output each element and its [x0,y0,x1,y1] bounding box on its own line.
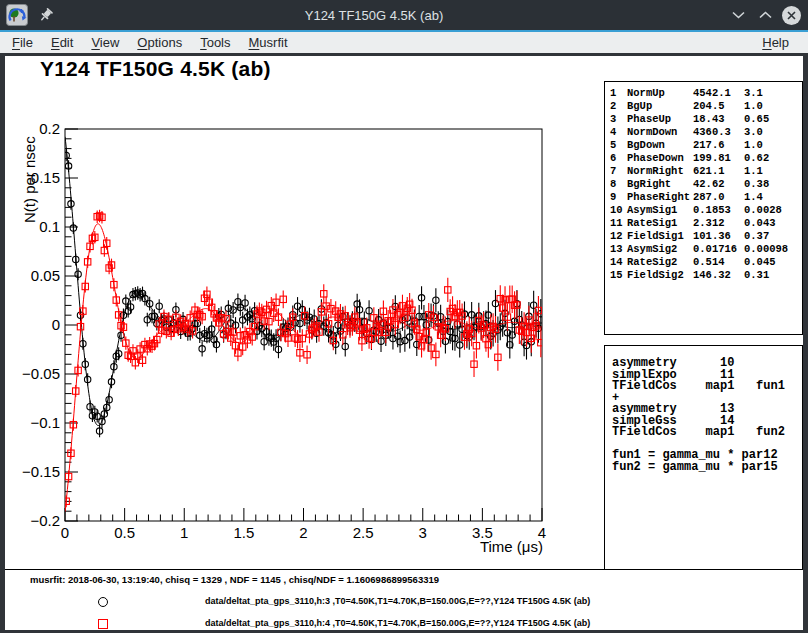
param-row: 7NormRight621.11.1 [605,165,802,178]
app-window: Y124 TF150G 4.5K (ab) FileEditViewOption… [0,0,808,633]
y-axis-title: N(t) per nsec [21,136,38,223]
maximize-button[interactable] [755,5,775,25]
x-tick-label: 2 [299,524,307,541]
fit-info-line: musrfit: 2018-06-30, 13:19:40, chisq = 1… [30,574,439,585]
param-row: 1NormUp4542.13.1 [605,87,802,100]
theory-line: TFieldCos map1 fun1 [612,381,802,393]
data-series-group [63,137,544,512]
close-button[interactable] [782,6,801,25]
data-points-circle [63,150,544,438]
canvas-surround: Y124 TF150G 4.5K (ab) 00.511.522.533.540… [0,53,808,633]
y-tick-label: 0.1 [39,218,60,235]
plot-frame [65,129,542,521]
y-tick-label: −0.15 [22,463,60,480]
root-canvas[interactable]: Y124 TF150G 4.5K (ab) 00.511.522.533.540… [5,56,803,630]
param-row: 4NormDown4360.33.0 [605,126,802,139]
y-tick-label: −0.1 [30,414,60,431]
window-controls [728,0,801,30]
legend-pad: musrfit: 2018-06-30, 13:19:40, chisq = 1… [5,569,802,628]
y-tick-label: 0 [52,316,60,333]
root-app-icon[interactable] [6,4,28,26]
param-row: 13AsymSig20.017160.00098 [605,243,802,256]
y-tick-label: 0.2 [39,120,60,137]
chevron-up-icon [759,11,772,19]
param-row: 11RateSig12.3120.043 [605,217,802,230]
pin-icon[interactable] [37,6,55,24]
param-row: 3PhaseUp18.430.65 [605,113,802,126]
param-row: 14RateSig20.5140.045 [605,256,802,269]
menu-item-edit[interactable]: Edit [42,32,82,53]
menu-item-file[interactable]: File [10,32,42,53]
y-tick-label: 0.05 [31,267,60,284]
chevron-down-icon [732,11,745,19]
data-points-square [63,210,544,507]
window-title: Y124 TF150G 4.5K (ab) [60,8,688,23]
x-tick-label: 0 [61,524,69,541]
menubar: FileEditViewOptionsToolsMusrfit Help [0,32,808,53]
param-row: 2BgUp204.51.0 [605,100,802,113]
param-row: 10AsymSig10.18530.0028 [605,204,802,217]
x-tick-label: 1 [180,524,188,541]
legend-marker-circle [98,597,108,607]
y-tick-label: −0.2 [30,512,60,529]
menu-item-options[interactable]: Options [128,32,191,53]
param-row: 9PhaseRight287.01.4 [605,191,802,204]
menu-item-tools[interactable]: Tools [191,32,239,53]
legend-entry-label: data/deltat_pta_gps_3110,h:4 ,T0=4.50K,T… [205,618,590,628]
titlebar[interactable]: Y124 TF150G 4.5K (ab) [0,0,808,30]
legend-marker-square [98,619,108,629]
param-row: 12FieldSig1101.360.37 [605,230,802,243]
minimize-button[interactable] [728,5,748,25]
theory-line: TFieldCos map1 fun2 [612,427,802,439]
menu-item-musrfit[interactable]: Musrfit [240,32,297,53]
menu-item-view[interactable]: View [82,32,128,53]
parameter-table: 1NormUp4542.13.12BgUp204.51.03PhaseUp18.… [604,81,803,335]
x-tick-label: 1.5 [233,524,254,541]
legend-entry-label: data/deltat_pta_gps_3110,h:3 ,T0=4.50K,T… [205,596,590,606]
theory-line: fun2 = gamma_mu * par15 [612,462,802,474]
param-row: 6PhaseDown199.810.62 [605,152,802,165]
param-row: 15FieldSig2146.320.31 [605,269,802,282]
menu-item-help[interactable]: Help [760,32,798,53]
menu-help-slot: Help [760,32,798,53]
x-tick-label: 0.5 [114,524,135,541]
y-tick-label: −0.05 [22,365,60,382]
x-tick-label: 2.5 [353,524,374,541]
param-row: 8BgRight42.620.38 [605,178,802,191]
menu-items: FileEditViewOptionsToolsMusrfit [10,32,297,53]
theory-box: asymmetry 10simplExpo 11TFieldCos map1 f… [604,345,803,570]
x-axis-title: Time (μs) [443,538,543,555]
close-icon [782,6,801,25]
param-row: 5BgDown217.61.0 [605,139,802,152]
x-tick-label: 3 [419,524,427,541]
fit-line [65,137,542,426]
